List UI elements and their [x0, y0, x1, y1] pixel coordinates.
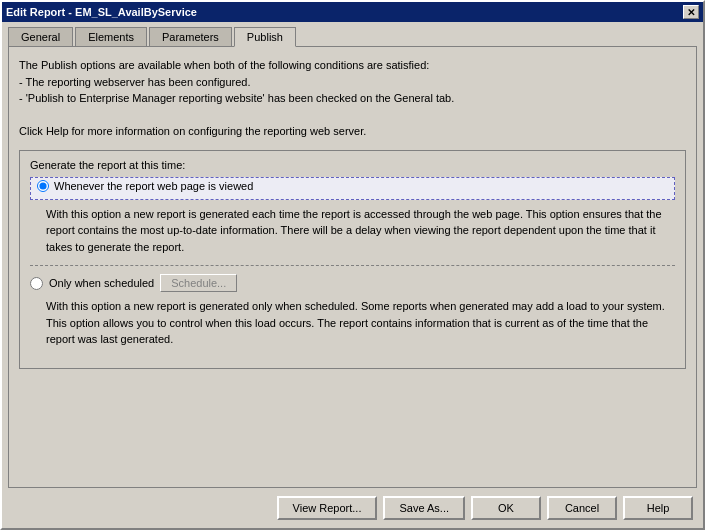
close-button[interactable]: ✕ [683, 5, 699, 19]
cancel-button[interactable]: Cancel [547, 496, 617, 520]
option1-label: Whenever the report web page is viewed [54, 180, 253, 192]
option2-radio[interactable] [30, 277, 43, 290]
intro-text: The Publish options are available when b… [19, 57, 686, 140]
tab-elements[interactable]: Elements [75, 27, 147, 47]
option1-desc: With this option a new report is generat… [46, 206, 675, 256]
title-bar: Edit Report - EM_SL_AvailByService ✕ [2, 2, 703, 22]
help-button[interactable]: Help [623, 496, 693, 520]
tab-general[interactable]: General [8, 27, 73, 47]
option2-row: Only when scheduled Schedule... [30, 274, 675, 292]
bottom-bar: View Report... Save As... OK Cancel Help [2, 488, 703, 528]
option1-radio[interactable] [37, 180, 49, 192]
save-as-button[interactable]: Save As... [383, 496, 465, 520]
view-report-button[interactable]: View Report... [277, 496, 378, 520]
fieldset-legend: Generate the report at this time: [30, 159, 675, 171]
window-title: Edit Report - EM_SL_AvailByService [6, 6, 197, 18]
tab-bar: General Elements Parameters Publish [2, 22, 703, 46]
tab-publish[interactable]: Publish [234, 27, 296, 47]
schedule-button[interactable]: Schedule... [160, 274, 237, 292]
intro-line3: - 'Publish to Enterprise Manager reporti… [19, 90, 686, 107]
intro-line2: - The reporting webserver has been confi… [19, 74, 686, 91]
main-window: Edit Report - EM_SL_AvailByService ✕ Gen… [0, 0, 705, 530]
ok-button[interactable]: OK [471, 496, 541, 520]
generate-fieldset: Generate the report at this time: Whenev… [19, 150, 686, 369]
content-area: The Publish options are available when b… [8, 46, 697, 488]
intro-line5: Click Help for more information on confi… [19, 123, 686, 140]
option2-label: Only when scheduled [49, 277, 154, 289]
tab-parameters[interactable]: Parameters [149, 27, 232, 47]
option1-row: Whenever the report web page is viewed [37, 180, 668, 192]
intro-line1: The Publish options are available when b… [19, 57, 686, 74]
option2-desc: With this option a new report is generat… [46, 298, 675, 348]
